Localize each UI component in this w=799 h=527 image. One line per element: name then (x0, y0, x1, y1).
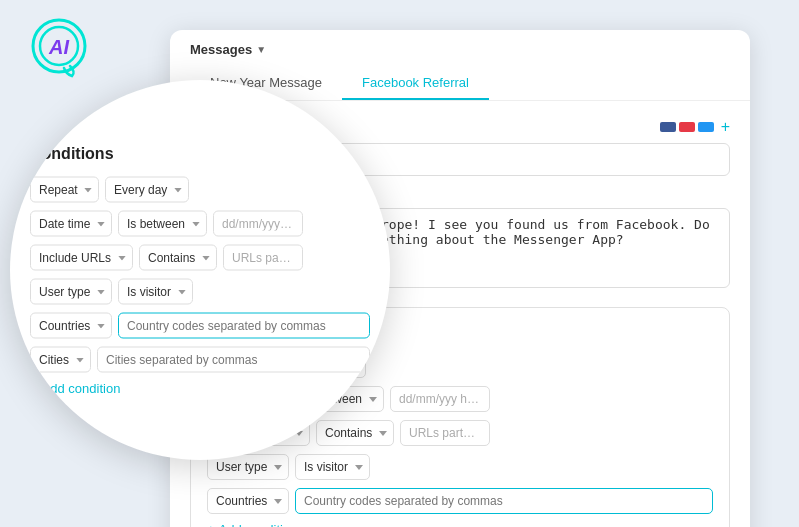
popup-type-cities[interactable]: Cities (30, 347, 91, 373)
popup-type-repeat[interactable]: Repeat (30, 177, 99, 203)
popup-type-urls[interactable]: Include URLs (30, 245, 133, 271)
add-language-button[interactable]: + (721, 118, 730, 136)
messages-nav-header[interactable]: Messages (190, 42, 252, 57)
popup-row-datetime: Date time Is between (30, 211, 370, 237)
popup-operator-usertype[interactable]: Is visitor (118, 279, 193, 305)
popup-row-usertype: User type Is visitor (30, 279, 370, 305)
popup-type-usertype[interactable]: User type (30, 279, 112, 305)
conditions-popup: Conditions Repeat Every day Date time Is… (10, 80, 390, 460)
popup-type-datetime[interactable]: Date time (30, 211, 112, 237)
condition-row-usertype: User type Is visitor (207, 454, 713, 480)
nav-facebook-referral[interactable]: Facebook Referral (342, 67, 489, 100)
popup-operator-datetime[interactable]: Is between (118, 211, 207, 237)
popup-value-countries[interactable] (118, 313, 370, 339)
popup-operator-repeat[interactable]: Every day (105, 177, 189, 203)
flag-blue (660, 122, 676, 132)
condition-value-countries[interactable] (295, 488, 713, 514)
condition-operator-urls[interactable]: Contains (316, 420, 394, 446)
popup-value-cities[interactable] (97, 347, 370, 373)
popup-plus-icon: + (30, 381, 38, 396)
popup-type-countries[interactable]: Countries (30, 313, 112, 339)
popup-row-repeat: Repeat Every day (30, 177, 370, 203)
add-condition-button[interactable]: + Add condition (207, 522, 297, 527)
popup-value-datetime[interactable] (213, 211, 303, 237)
logo-text: AI (49, 36, 69, 59)
plus-icon: + (207, 522, 215, 527)
popup-row-cities: Cities (30, 347, 370, 373)
condition-row-countries: Countries (207, 488, 713, 514)
popup-row-countries: Countries (30, 313, 370, 339)
condition-value-urls[interactable] (400, 420, 490, 446)
condition-type-countries[interactable]: Countries (207, 488, 289, 514)
messages-chevron-icon: ▼ (256, 44, 266, 55)
popup-row-urls: Include URLs Contains (30, 245, 370, 271)
logo-container: AI (28, 18, 90, 80)
popup-add-condition-button[interactable]: + Add condition (30, 381, 120, 396)
popup-add-condition-label: Add condition (42, 381, 121, 396)
popup-conditions-title: Conditions (30, 145, 370, 163)
popup-value-urls[interactable] (223, 245, 303, 271)
condition-operator-usertype[interactable]: Is visitor (295, 454, 370, 480)
condition-value-datetime[interactable] (390, 386, 490, 412)
flag-red (679, 122, 695, 132)
conditions-popup-inner: Conditions Repeat Every day Date time Is… (30, 145, 370, 396)
flag-lightblue (698, 122, 714, 132)
popup-operator-urls[interactable]: Contains (139, 245, 217, 271)
flag-icons: + (660, 118, 730, 136)
add-condition-label: Add condition (219, 522, 298, 527)
